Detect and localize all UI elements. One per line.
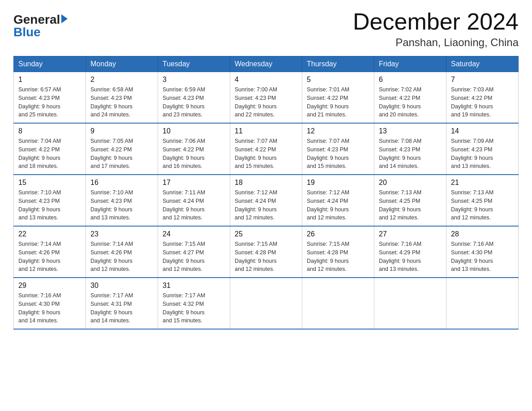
calendar-subtitle: Panshan, Liaoning, China (353, 36, 519, 49)
col-header-thursday: Thursday (302, 56, 374, 72)
calendar-table: SundayMondayTuesdayWednesdayThursdayFrid… (13, 56, 519, 330)
day-info: Sunrise: 7:09 AMSunset: 4:23 PMDaylight:… (451, 137, 514, 171)
calendar-cell: 20Sunrise: 7:13 AMSunset: 4:25 PMDayligh… (374, 175, 446, 226)
calendar-cell (446, 278, 519, 329)
calendar-cell: 10Sunrise: 7:06 AMSunset: 4:22 PMDayligh… (158, 123, 230, 175)
logo-row2: Blue (13, 26, 41, 39)
calendar-cell (230, 278, 302, 329)
calendar-cell: 4Sunrise: 7:00 AMSunset: 4:23 PMDaylight… (230, 72, 302, 124)
calendar-week-row: 29Sunrise: 7:16 AMSunset: 4:30 PMDayligh… (14, 278, 519, 329)
col-header-friday: Friday (374, 56, 446, 72)
calendar-cell: 13Sunrise: 7:08 AMSunset: 4:23 PMDayligh… (374, 123, 446, 175)
day-info: Sunrise: 7:17 AMSunset: 4:31 PMDaylight:… (90, 291, 153, 325)
calendar-week-row: 22Sunrise: 7:14 AMSunset: 4:26 PMDayligh… (14, 226, 519, 278)
day-number: 10 (163, 127, 225, 135)
day-number: 15 (18, 179, 81, 187)
day-info: Sunrise: 7:10 AMSunset: 4:23 PMDaylight:… (18, 188, 81, 222)
calendar-cell: 9Sunrise: 7:05 AMSunset: 4:22 PMDaylight… (86, 123, 158, 175)
calendar-cell: 3Sunrise: 6:59 AMSunset: 4:23 PMDaylight… (158, 72, 230, 124)
calendar-cell: 8Sunrise: 7:04 AMSunset: 4:22 PMDaylight… (14, 123, 86, 175)
day-number: 31 (163, 282, 225, 290)
day-info: Sunrise: 7:16 AMSunset: 4:30 PMDaylight:… (18, 291, 81, 325)
day-number: 14 (451, 127, 514, 135)
day-info: Sunrise: 7:02 AMSunset: 4:22 PMDaylight:… (379, 86, 442, 119)
day-info: Sunrise: 7:03 AMSunset: 4:22 PMDaylight:… (451, 86, 514, 119)
calendar-cell: 14Sunrise: 7:09 AMSunset: 4:23 PMDayligh… (446, 123, 519, 175)
day-info: Sunrise: 7:16 AMSunset: 4:30 PMDaylight:… (451, 240, 514, 274)
calendar-cell: 12Sunrise: 7:07 AMSunset: 4:23 PMDayligh… (302, 123, 374, 175)
logo: General Blue (13, 9, 68, 39)
day-info: Sunrise: 6:57 AMSunset: 4:23 PMDaylight:… (18, 86, 81, 119)
day-number: 16 (90, 179, 153, 187)
calendar-cell: 29Sunrise: 7:16 AMSunset: 4:30 PMDayligh… (14, 278, 86, 329)
day-number: 2 (90, 76, 153, 84)
logo-row1: General (13, 13, 68, 26)
day-info: Sunrise: 7:14 AMSunset: 4:26 PMDaylight:… (90, 240, 153, 274)
col-header-monday: Monday (86, 56, 158, 72)
calendar-cell: 28Sunrise: 7:16 AMSunset: 4:30 PMDayligh… (446, 226, 519, 278)
calendar-cell: 17Sunrise: 7:11 AMSunset: 4:24 PMDayligh… (158, 175, 230, 226)
day-info: Sunrise: 7:08 AMSunset: 4:23 PMDaylight:… (379, 137, 442, 171)
day-info: Sunrise: 7:17 AMSunset: 4:32 PMDaylight:… (163, 291, 225, 325)
calendar-cell: 18Sunrise: 7:12 AMSunset: 4:24 PMDayligh… (230, 175, 302, 226)
day-number: 9 (90, 127, 153, 135)
day-number: 7 (451, 76, 514, 84)
day-info: Sunrise: 7:07 AMSunset: 4:22 PMDaylight:… (235, 137, 297, 171)
day-info: Sunrise: 7:00 AMSunset: 4:23 PMDaylight:… (235, 86, 297, 119)
day-info: Sunrise: 7:16 AMSunset: 4:29 PMDaylight:… (379, 240, 442, 274)
day-info: Sunrise: 7:07 AMSunset: 4:23 PMDaylight:… (307, 137, 369, 171)
calendar-cell: 5Sunrise: 7:01 AMSunset: 4:22 PMDaylight… (302, 72, 374, 124)
day-number: 17 (163, 179, 225, 187)
calendar-cell: 27Sunrise: 7:16 AMSunset: 4:29 PMDayligh… (374, 226, 446, 278)
day-number: 19 (307, 179, 369, 187)
calendar-cell: 11Sunrise: 7:07 AMSunset: 4:22 PMDayligh… (230, 123, 302, 175)
calendar-cell: 2Sunrise: 6:58 AMSunset: 4:23 PMDaylight… (86, 72, 158, 124)
day-info: Sunrise: 7:14 AMSunset: 4:26 PMDaylight:… (18, 240, 81, 274)
calendar-week-row: 8Sunrise: 7:04 AMSunset: 4:22 PMDaylight… (14, 123, 519, 175)
logo-blue: Blue (13, 26, 41, 39)
day-number: 1 (18, 76, 81, 84)
calendar-cell (302, 278, 374, 329)
day-info: Sunrise: 7:12 AMSunset: 4:24 PMDaylight:… (307, 188, 369, 222)
day-info: Sunrise: 7:06 AMSunset: 4:22 PMDaylight:… (163, 137, 225, 171)
title-area: December 2024 Panshan, Liaoning, China (353, 9, 519, 49)
day-number: 6 (379, 76, 442, 84)
logo-arrow-icon (61, 14, 68, 23)
calendar-cell: 21Sunrise: 7:13 AMSunset: 4:25 PMDayligh… (446, 175, 519, 226)
day-info: Sunrise: 7:11 AMSunset: 4:24 PMDaylight:… (163, 188, 225, 222)
page-container: General Blue December 2024 Panshan, Liao… (13, 9, 519, 330)
day-number: 28 (451, 230, 514, 238)
day-number: 26 (307, 230, 369, 238)
day-info: Sunrise: 7:15 AMSunset: 4:27 PMDaylight:… (163, 240, 225, 274)
day-number: 3 (163, 76, 225, 84)
day-info: Sunrise: 7:05 AMSunset: 4:22 PMDaylight:… (90, 137, 153, 171)
calendar-cell: 6Sunrise: 7:02 AMSunset: 4:22 PMDaylight… (374, 72, 446, 124)
day-info: Sunrise: 7:13 AMSunset: 4:25 PMDaylight:… (451, 188, 514, 222)
calendar-cell: 23Sunrise: 7:14 AMSunset: 4:26 PMDayligh… (86, 226, 158, 278)
day-number: 23 (90, 230, 153, 238)
calendar-title: December 2024 (353, 9, 519, 34)
calendar-cell: 15Sunrise: 7:10 AMSunset: 4:23 PMDayligh… (14, 175, 86, 226)
calendar-week-row: 15Sunrise: 7:10 AMSunset: 4:23 PMDayligh… (14, 175, 519, 226)
day-info: Sunrise: 7:01 AMSunset: 4:22 PMDaylight:… (307, 86, 369, 119)
calendar-cell: 16Sunrise: 7:10 AMSunset: 4:23 PMDayligh… (86, 175, 158, 226)
day-number: 5 (307, 76, 369, 84)
day-number: 13 (379, 127, 442, 135)
day-number: 25 (235, 230, 297, 238)
calendar-cell: 25Sunrise: 7:15 AMSunset: 4:28 PMDayligh… (230, 226, 302, 278)
day-number: 4 (235, 76, 297, 84)
calendar-cell: 24Sunrise: 7:15 AMSunset: 4:27 PMDayligh… (158, 226, 230, 278)
calendar-cell: 31Sunrise: 7:17 AMSunset: 4:32 PMDayligh… (158, 278, 230, 329)
day-number: 18 (235, 179, 297, 187)
calendar-cell (374, 278, 446, 329)
day-number: 11 (235, 127, 297, 135)
calendar-cell: 26Sunrise: 7:15 AMSunset: 4:28 PMDayligh… (302, 226, 374, 278)
day-info: Sunrise: 7:04 AMSunset: 4:22 PMDaylight:… (18, 137, 81, 171)
day-info: Sunrise: 7:15 AMSunset: 4:28 PMDaylight:… (307, 240, 369, 274)
day-number: 30 (90, 282, 153, 290)
day-number: 12 (307, 127, 369, 135)
col-header-sunday: Sunday (14, 56, 86, 72)
day-info: Sunrise: 6:58 AMSunset: 4:23 PMDaylight:… (90, 86, 153, 119)
day-number: 21 (451, 179, 514, 187)
col-header-wednesday: Wednesday (230, 56, 302, 72)
